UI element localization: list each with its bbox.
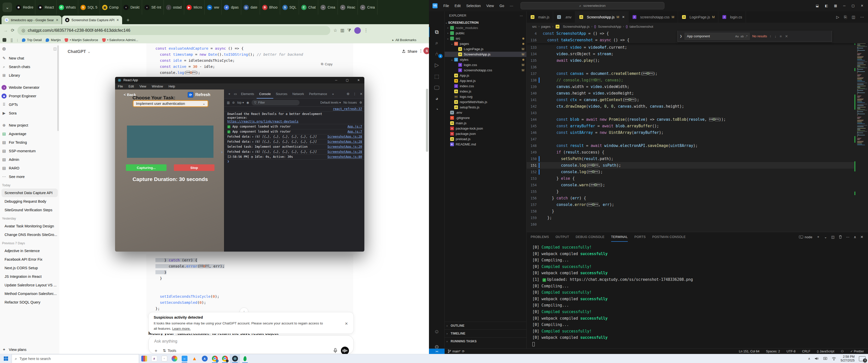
tree-item-setuptests-js[interactable]: JSsetupTests.js [444,105,526,110]
tab-close-icon[interactable]: ✕ [622,15,625,19]
status-item[interactable]: {} JavaScript [817,350,834,353]
eye-icon[interactable]: ◉ [246,101,249,104]
history-item[interactable]: Avatar Task Monitoring Design [1,222,58,230]
status-icon[interactable]: ⚇ [841,350,844,353]
sidebar-item[interactable]: ◑Website Generator [0,83,59,92]
share-button[interactable]: Share [402,47,417,56]
taskbar-app-mongodb[interactable] [240,354,250,363]
pinned-tab[interactable]: •Crea [318,0,338,14]
sync-icon[interactable]: ⟳ [462,350,465,353]
history-item[interactable]: Facebook API Error Fix [1,255,58,264]
sidebar-item[interactable]: ✎New chat [0,54,59,63]
restore-icon[interactable]: ▢ [851,4,855,7]
browser-profile-avatar[interactable] [354,27,361,34]
copy-code-button[interactable]: ⧉Copy [321,62,333,66]
page-scrollbar[interactable] [426,89,428,152]
search-icon[interactable]: ⌕ [429,38,444,48]
all-bookmarks-button[interactable]: ▸All Bookmarks [392,38,427,42]
history-item[interactable]: SiteGround Verification Steps [1,206,58,214]
minimize-icon[interactable]: ─ [335,78,337,82]
menu-window[interactable]: Window [149,85,166,88]
git-branch-indicator[interactable]: main*⟳ [444,350,465,353]
devtools-tab-elements[interactable]: Elements [239,90,257,99]
editor-tab-loginpage-js[interactable]: JSLoginPage.jsM [678,11,718,23]
find-option[interactable]: .* [746,35,748,38]
tree-item-src[interactable]: ⌄src [444,36,526,41]
wakatime-icon[interactable]: ◔ [429,104,444,114]
history-item[interactable]: Refactor SOQL Query [1,298,58,306]
layout-customize-icon[interactable]: ▦ [834,4,837,7]
cast-icon[interactable] [823,357,827,361]
sidebar-item[interactable]: ☻Prompt Engineer [0,92,59,100]
menu-edit[interactable]: Edit [126,85,137,88]
status-item[interactable]: Spaces: 2 [766,350,780,353]
panel-tab-ports[interactable]: PORTS [634,235,646,239]
tree-item-public[interactable]: ›public [444,31,526,36]
terminal-dropdown-icon[interactable]: ⌄ [824,235,827,239]
run-debug-icon[interactable]: ▷ [429,60,444,70]
tree-item-main-js[interactable]: JSmain.js [444,121,526,126]
stop-button[interactable]: Stop [174,164,215,171]
pinned-tab[interactable]: ◖Deskt [121,0,142,14]
sidebar-item[interactable]: ⋯See more [0,172,59,181]
react-app-titlebar[interactable]: React App ─▢✕ [115,77,364,84]
tree-item-app-js[interactable]: JSApp.js [444,73,526,78]
sidebar-toggle-icon[interactable] [2,38,6,42]
taskbar-search[interactable]: ⌕Type here to search [11,354,139,363]
side-panel-icon[interactable]: ▥ [340,28,344,33]
start-button[interactable] [0,354,11,363]
split-terminal-icon[interactable]: ◫ [831,235,835,239]
pinned-tab[interactable]: ▶Micro [184,0,205,14]
browser-menu-icon[interactable]: ⋮ [364,28,368,33]
close-panel-icon[interactable]: ✕ [861,235,864,239]
address-bar[interactable]: ◎ chatgpt.com/c/68357764-c238-800f-bf46-… [18,26,330,35]
tree-item-screenshotapp-js[interactable]: JSScreenshotApp.jsM [444,52,526,57]
tools-button[interactable]: ⇅Tools [163,349,176,353]
sidebar-scrollbar[interactable] [57,45,59,131]
tree-item-index-css[interactable]: #index.css [444,84,526,89]
attach-icon[interactable]: ＋ [154,348,158,354]
panel-tab-postman-console[interactable]: POSTMAN CONSOLE [652,235,686,239]
section-running-tasks[interactable]: ›RUNNING TASKS [444,337,527,345]
pinned-tab[interactable]: ddpas [221,0,241,14]
capturing-button[interactable]: Capturing... [126,164,166,171]
tree-item--gitignore[interactable]: ⑂.gitignore [444,115,526,121]
menu-selection[interactable]: Selection [464,4,484,8]
devtools-tab-network[interactable]: Network [290,90,307,99]
editor-tab--env[interactable]: ⚙.env [553,11,575,23]
editor-more-icon[interactable]: ⋯ [860,15,864,20]
pinned-tab[interactable]: ▦Comp [100,0,121,14]
bookmark-item[interactable]: Martjin [46,38,61,42]
tree-item-readme-md[interactable]: M↓README.md [444,142,526,147]
tab-close-icon[interactable]: ✕ [116,18,119,22]
editor-tab-screenshotapp-js[interactable]: JSScreenshotApp.jsM✕ [575,11,628,23]
console-source-link[interactable]: App.js:7 [345,125,362,129]
console-source-link[interactable]: ScreenshotApp.js:28 [325,140,362,144]
tree-item-index-js[interactable]: JSindex.js [444,89,526,94]
tree-item-app-test-js[interactable]: ⚗App.test.js [444,78,526,84]
inspect-icon[interactable]: ⌖ [226,92,232,96]
devtools-tab-performance[interactable]: Performance [307,90,330,99]
forward-icon[interactable]: → [3,28,8,33]
find-expand-icon[interactable]: ❯ [680,35,682,38]
pinned-tab[interactable]: ◷date [241,0,260,14]
account-avatar[interactable]: S [424,47,429,54]
hidden-icons-chevron[interactable]: ∧ [808,357,810,361]
menu-go[interactable]: Go [497,4,507,8]
pinned-tab[interactable]: •Reac [338,0,358,14]
apps-grid-icon[interactable]: ⣿ [10,38,13,42]
layout-panel-icon[interactable]: ⬓ [816,4,819,7]
terminal-output[interactable]: [0] Compiled successfully![0] webpack co… [532,244,693,348]
console-source-link[interactable]: App.js:7 [345,130,362,134]
pinned-tab[interactable]: BBhoo [260,0,280,14]
section-timeline[interactable]: ›TIMELINE [444,329,527,337]
chat-composer[interactable]: Ask anything ＋ ⇅Tools [148,335,354,354]
wifi-icon[interactable] [832,357,836,361]
mic-icon[interactable] [333,348,337,353]
command-center-search[interactable]: ⌕screenelectron [521,2,664,9]
sidebar-item[interactable]: ⠿GPTs [0,100,59,109]
panel-tab-terminal[interactable]: TERMINAL [611,232,628,242]
history-item[interactable]: Adjective in Sentence [1,246,58,255]
tree-item-package-lock-json[interactable]: npackage-lock.json [444,126,526,131]
sidebar-item[interactable]: ▤Agvantage [0,130,59,138]
